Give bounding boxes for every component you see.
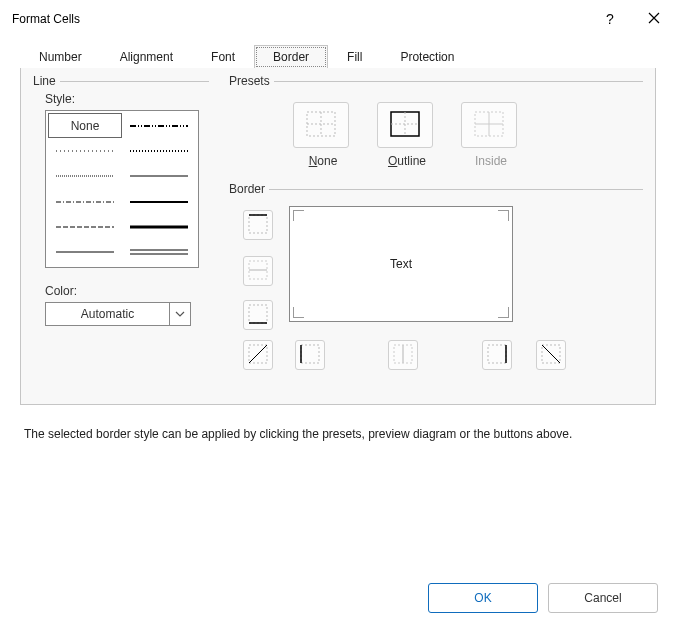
line-style-option[interactable] (122, 113, 196, 138)
help-button[interactable]: ? (588, 0, 632, 38)
preview-corner-icon (498, 210, 509, 221)
tab-protection[interactable]: Protection (381, 45, 473, 69)
dialog-footer: OK Cancel (428, 583, 658, 613)
border-bottom-button[interactable] (243, 300, 273, 330)
border-preview[interactable]: Text (289, 206, 513, 322)
color-dropdown[interactable]: Automatic (45, 302, 191, 326)
border-top-icon (248, 214, 268, 237)
preset-none-label: None (293, 154, 353, 168)
border-diagonal-down-icon (541, 344, 561, 367)
tab-pane-border: Line Style: None (20, 68, 656, 405)
line-style-option[interactable] (122, 214, 196, 239)
tab-border[interactable]: Border (254, 45, 328, 69)
border-diagonal-up-icon (248, 344, 268, 367)
line-style-none[interactable]: None (48, 113, 122, 138)
color-value: Automatic (46, 307, 169, 321)
help-text: The selected border style can be applied… (24, 427, 652, 441)
chevron-down-icon (169, 303, 190, 325)
preset-none-button[interactable] (293, 102, 349, 148)
line-style-option[interactable] (48, 240, 122, 265)
border-top-button[interactable] (243, 210, 273, 240)
help-icon: ? (606, 11, 614, 27)
border-left-button[interactable] (295, 340, 325, 370)
border-bottom-icon (248, 304, 268, 327)
border-middle-vertical-icon (393, 344, 413, 367)
close-button[interactable] (632, 0, 676, 38)
preview-corner-icon (293, 210, 304, 221)
group-border-label: Border (229, 182, 269, 196)
preset-outline-label: Outline (377, 154, 437, 168)
group-line-label: Line (33, 74, 60, 88)
preview-corner-icon (293, 307, 304, 318)
border-right-icon (487, 344, 507, 367)
preset-inside-icon (474, 111, 504, 140)
border-right-button[interactable] (482, 340, 512, 370)
line-style-option[interactable] (122, 164, 196, 189)
line-style-option[interactable] (122, 138, 196, 163)
line-style-option[interactable] (48, 214, 122, 239)
preset-outline-icon (390, 111, 420, 140)
group-presets-label: Presets (229, 74, 274, 88)
cancel-button[interactable]: Cancel (548, 583, 658, 613)
group-line: Line Style: None (33, 74, 209, 326)
tab-strip: Number Alignment Font Border Fill Protec… (20, 44, 656, 68)
tab-number[interactable]: Number (20, 45, 101, 69)
tab-fill[interactable]: Fill (328, 45, 381, 69)
line-style-option[interactable] (48, 189, 122, 214)
group-border: Border Tex (229, 182, 643, 380)
svg-line-28 (249, 345, 267, 363)
border-diagonal-down-button[interactable] (536, 340, 566, 370)
preview-corner-icon (498, 307, 509, 318)
preset-inside-label: Inside (461, 154, 521, 168)
tab-font[interactable]: Font (192, 45, 254, 69)
preset-outline-button[interactable] (377, 102, 433, 148)
tab-alignment[interactable]: Alignment (101, 45, 192, 69)
line-style-option[interactable] (48, 164, 122, 189)
preview-text: Text (390, 257, 412, 271)
close-icon (648, 11, 660, 27)
svg-rect-29 (301, 345, 319, 363)
preset-inside-button[interactable] (461, 102, 517, 148)
border-middle-horizontal-icon (248, 260, 268, 283)
border-middle-horizontal-button[interactable] (243, 256, 273, 286)
border-middle-vertical-button[interactable] (388, 340, 418, 370)
line-style-option[interactable] (122, 189, 196, 214)
line-style-option[interactable] (48, 138, 122, 163)
ok-button[interactable]: OK (428, 583, 538, 613)
border-left-icon (300, 344, 320, 367)
preset-none-icon (306, 111, 336, 140)
svg-rect-33 (488, 345, 506, 363)
color-label: Color: (45, 284, 205, 298)
dialog-format-cells: Format Cells ? Number Alignment Font Bor… (0, 0, 676, 627)
svg-rect-21 (249, 215, 267, 233)
svg-rect-25 (249, 305, 267, 323)
line-style-option[interactable] (122, 240, 196, 265)
title-bar: Format Cells ? (0, 0, 676, 38)
dialog-title: Format Cells (12, 12, 80, 26)
group-presets: Presets None (229, 74, 643, 174)
line-style-list[interactable]: None (45, 110, 199, 268)
svg-line-36 (542, 345, 560, 363)
style-label: Style: (45, 92, 205, 106)
border-diagonal-up-button[interactable] (243, 340, 273, 370)
